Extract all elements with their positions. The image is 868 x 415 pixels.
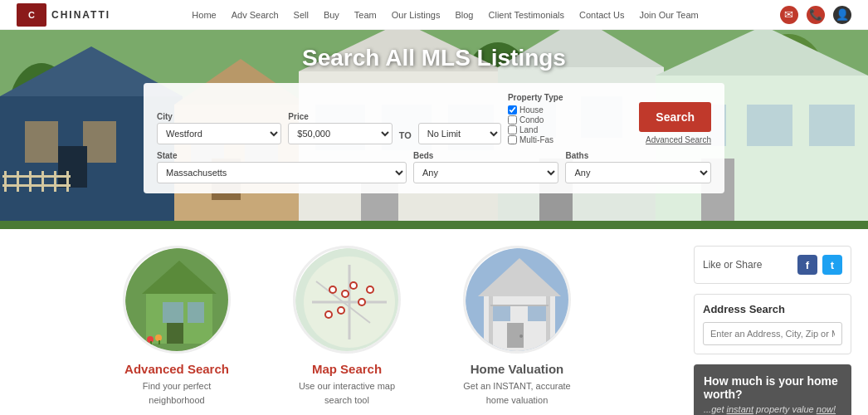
svg-rect-48 [163,302,183,323]
address-search-title: Address Search [703,303,842,315]
svg-point-65 [359,300,364,305]
left-content: Advanced Search Find your perfect neighb… [17,246,677,415]
nav-sell[interactable]: Sell [294,10,309,20]
svg-rect-36 [0,221,868,229]
price-to-group: No Limit [418,121,501,144]
proptype-condo[interactable]: Condo [508,115,632,124]
logo-icon: C [17,3,46,27]
svg-rect-77 [492,305,510,321]
baths-label: Baths [565,151,711,160]
feature-advanced-search[interactable]: Advanced Search Find your perfect neighb… [100,246,254,407]
svg-rect-53 [150,341,152,345]
proptype-land[interactable]: Land [508,125,632,134]
header: C CHINATTI Home Adv Search Sell Buy Team… [0,0,868,30]
feature-title-map-search: Map Search [312,362,382,376]
svg-rect-50 [167,323,183,344]
feature-desc-home-valuation: Get an INSTANT, accurate home valuation [463,379,570,407]
svg-point-61 [330,287,335,292]
state-group: State Massachusetts [157,151,407,183]
feature-img-home-valuation [463,246,571,354]
hero-content: Search All MLS Listings City Westford Pr… [0,30,868,193]
search-button[interactable]: Search [639,102,711,132]
svg-rect-49 [188,302,204,323]
nav-team[interactable]: Team [354,10,377,20]
hero-section: Search All MLS Listings City Westford Pr… [0,30,868,229]
nav-adv-search[interactable]: Adv Search [232,10,279,20]
to-label: TO [399,130,412,144]
proptype-group: Property Type House Condo Land Multi-Fas [508,93,632,144]
nav-client-testimonials[interactable]: Client Testimonials [489,10,565,20]
right-sidebar: Like or Share f t Address Search How muc… [694,246,851,415]
search-btn-group: Search Advanced Search [639,102,711,144]
proptype-checkboxes: House Condo Land Multi-Fas [508,105,632,144]
svg-rect-83 [490,305,549,306]
city-select[interactable]: Westford [157,123,281,144]
nav-our-listings[interactable]: Our Listings [392,10,441,20]
feature-img-map-search [293,246,401,354]
svg-point-80 [519,334,523,338]
price-select[interactable]: $50,000 [288,123,392,144]
beds-group: Beds Any [413,151,559,183]
svg-point-69 [368,287,373,292]
address-search-box: Address Search [694,294,851,354]
main-content: Advanced Search Find your perfect neighb… [0,229,868,415]
svg-point-71 [326,312,331,317]
city-group: City Westford [157,112,281,144]
nav-home[interactable]: Home [192,10,216,20]
proptype-multipas[interactable]: Multi-Fas [508,135,632,144]
feature-map-search[interactable]: Map Search Use our interactive map searc… [271,246,424,407]
feature-title-home-valuation: Home Valuation [471,362,564,376]
like-share-box: Like or Share f t [694,246,851,284]
feature-img-advanced-search [123,246,231,354]
nav-blog[interactable]: Blog [455,10,473,20]
svg-point-73 [343,291,348,296]
svg-point-52 [155,334,162,341]
baths-select[interactable]: Any [565,162,711,183]
nav-contact-us[interactable]: Contact Us [579,10,624,20]
address-search-input[interactable] [703,322,842,345]
home-value-title: How much is your home worth? [704,374,841,401]
logo-text: CHINATTI [51,9,110,21]
svg-point-67 [339,308,344,313]
nav-join-our-team[interactable]: Join Our Team [639,10,698,20]
main-nav: Home Adv Search Sell Buy Team Our Listin… [192,10,698,20]
logo[interactable]: C CHINATTI [17,3,110,27]
feature-home-valuation[interactable]: Home Valuation Get an INSTANT, accurate … [441,246,594,407]
phone-icon[interactable]: 📞 [807,6,825,24]
email-icon[interactable]: ✉ [780,6,798,24]
price-to-select[interactable]: No Limit [418,123,501,144]
user-icon[interactable]: 👤 [833,6,851,24]
social-icons: f t [797,255,842,275]
twitter-icon[interactable]: t [822,255,842,275]
svg-rect-78 [528,305,546,321]
beds-label: Beds [413,151,559,160]
advanced-search-link[interactable]: Advanced Search [639,135,711,144]
city-label: City [157,112,281,121]
svg-text:C: C [28,10,35,20]
features-row: Advanced Search Find your perfect neighb… [17,246,677,407]
baths-group: Baths Any [565,151,711,183]
search-form: City Westford Price $50,000 TO No Limit [144,83,724,193]
like-share-label: Like or Share [703,259,762,271]
svg-point-63 [351,283,356,288]
state-label: State [157,151,407,160]
home-value-box: How much is your home worth? ...get inst… [694,364,851,415]
hero-title: Search All MLS Listings [302,45,566,71]
feature-desc-map-search: Use our interactive map search tool [299,379,395,407]
facebook-icon[interactable]: f [797,255,817,275]
price-label: Price [288,112,392,121]
home-value-subtitle: ...get instant property value now! [704,404,841,414]
proptype-label: Property Type [508,93,632,102]
svg-rect-54 [158,340,160,344]
header-icons: ✉ 📞 👤 [780,6,851,24]
feature-title-advanced-search: Advanced Search [124,362,229,376]
price-group: Price $50,000 [288,112,392,144]
feature-desc-advanced-search: Find your perfect neighborhood [143,379,212,407]
state-select[interactable]: Massachusetts [157,162,407,183]
beds-select[interactable]: Any [413,162,559,183]
proptype-house[interactable]: House [508,105,632,115]
nav-buy[interactable]: Buy [324,10,339,20]
